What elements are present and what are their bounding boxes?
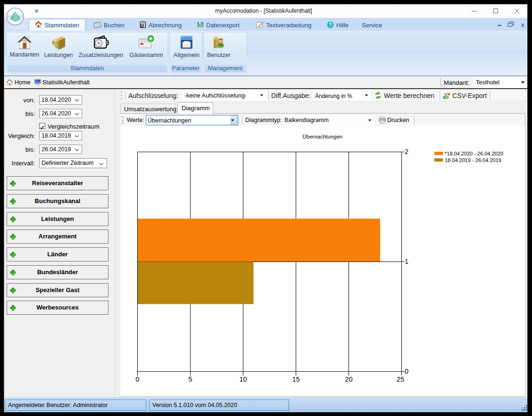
svg-text:?: ? [329, 22, 332, 27]
svg-text:Übernachtungen: Übernachtungen [302, 134, 342, 139]
svg-text:0: 0 [135, 375, 139, 383]
svg-text:2: 2 [405, 148, 408, 155]
svg-text:15: 15 [292, 375, 299, 383]
svg-text:5: 5 [188, 375, 192, 383]
svg-text:10: 10 [239, 375, 247, 383]
svg-text:20: 20 [345, 375, 352, 383]
svg-text:18.04.2019 - 26.04.2019: 18.04.2019 - 26.04.2019 [445, 157, 501, 163]
svg-text:25: 25 [397, 375, 404, 383]
svg-text:1: 1 [405, 258, 408, 265]
svg-text:0: 0 [405, 367, 408, 375]
svg-text:x: x [521, 22, 524, 28]
svg-text:*18.04.2020 - 26.04.2020: *18.04.2020 - 26.04.2020 [445, 151, 503, 156]
